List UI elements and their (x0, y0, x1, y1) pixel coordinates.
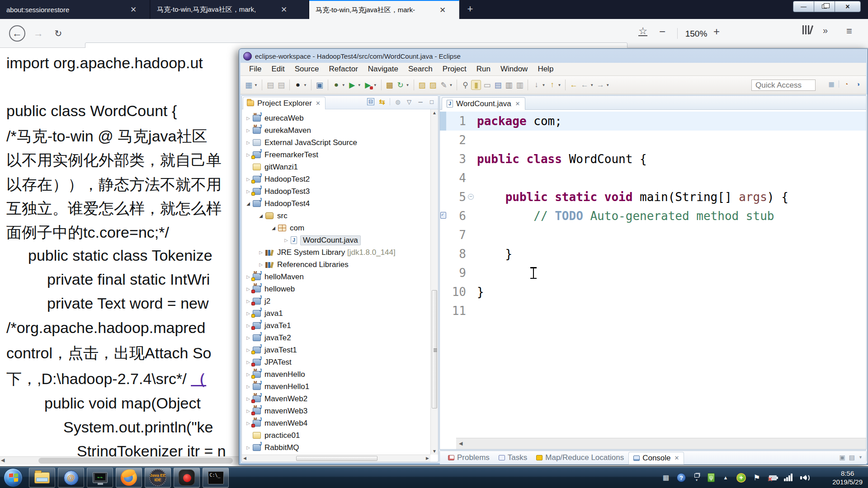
save-all-icon[interactable]: ▤ (276, 80, 286, 90)
tree-item[interactable]: ▷MmavenHello (242, 368, 430, 380)
back-icon[interactable]: ← (9, 25, 25, 42)
code-line[interactable]: 11 (440, 301, 866, 320)
collapse-all-icon[interactable]: ⊟ (367, 98, 374, 105)
tree-item[interactable]: ▷weurecaWeb (242, 112, 430, 124)
console-tab-console[interactable]: Console✕ (628, 452, 684, 465)
block-selection-icon[interactable]: ▥ (514, 80, 524, 90)
dropdown-arrow-icon[interactable]: ▼ (542, 83, 545, 87)
search-icon[interactable]: ⚲ (460, 80, 470, 90)
tree-item[interactable]: ▷MmavenHello1 (242, 380, 430, 393)
tree-item[interactable]: ▷JRE System Library [jdk1.8.0_144] (242, 246, 430, 258)
eclipse-title-bar[interactable]: eclipse-workspace - HadoopTest4/src/com/… (241, 50, 868, 62)
page-link[interactable]: （ (191, 370, 206, 387)
code-line[interactable]: 6 // TODO Auto-generated method stub (440, 206, 866, 225)
close-editor-tab-icon[interactable]: ✕ (515, 100, 520, 107)
code-line[interactable]: 1package com; (440, 112, 866, 131)
show-source-icon[interactable]: ▥ (504, 80, 514, 90)
scroll-down-arrow-icon[interactable]: ▼ (431, 449, 438, 454)
back-history-icon[interactable]: ← (580, 80, 590, 90)
tab-close-icon[interactable]: ✕ (438, 5, 448, 15)
collapsed-arrow-icon[interactable]: ▷ (245, 360, 251, 365)
action-center-flag-icon[interactable]: ⚑ (752, 473, 762, 483)
menu-edit[interactable]: Edit (266, 65, 289, 73)
code-line[interactable]: 2 (440, 131, 866, 150)
usb-device-icon[interactable]: ψ (708, 473, 715, 482)
tab-close-icon[interactable]: ✕ (128, 5, 138, 14)
debug-icon[interactable]: ● (331, 80, 341, 90)
previous-annotation-icon[interactable]: ↑ (547, 80, 557, 90)
minimize-view-icon[interactable]: ─ (417, 98, 424, 105)
forward-history-icon[interactable]: → (595, 80, 605, 90)
collapsed-arrow-icon[interactable]: ▷ (245, 274, 251, 279)
collapsed-arrow-icon[interactable]: ▷ (245, 140, 251, 145)
collapsed-arrow-icon[interactable]: ▷ (245, 128, 251, 133)
console-tab-tasks[interactable]: Tasks (494, 451, 532, 464)
new-tab-button[interactable]: + (462, 3, 478, 16)
dropdown-arrow-icon[interactable]: ▼ (590, 83, 594, 87)
open-console-icon[interactable]: ▤ (849, 454, 855, 461)
open-task-icon[interactable]: ▤ (493, 80, 503, 90)
menu-source[interactable]: Source (290, 65, 324, 73)
dropdown-arrow-icon[interactable]: ▼ (406, 83, 410, 87)
dropdown-arrow-icon[interactable]: ▼ (342, 83, 345, 87)
editor-horizontal-scrollbar[interactable]: ◀ (456, 438, 866, 449)
scroll-left-arrow-icon[interactable]: ◀ (1, 457, 5, 463)
start-button[interactable] (4, 468, 23, 487)
quick-access-input[interactable] (751, 80, 816, 91)
show-hidden-icons-icon[interactable]: ▲ (721, 473, 731, 483)
tree-item[interactable]: ◢src (242, 210, 430, 222)
menu-project[interactable]: Project (438, 65, 472, 73)
scroll-left-arrow-icon[interactable]: ◀ (459, 441, 462, 446)
run-icon[interactable]: ▶ (347, 80, 357, 90)
forward-icon[interactable]: → (31, 26, 46, 42)
next-annotation-icon[interactable]: ↓ (531, 80, 541, 90)
show-annotations-icon[interactable]: ▭ (482, 80, 492, 90)
debug-perspective-icon[interactable]: ◑ (854, 80, 863, 89)
taskbar-app-windows-explorer[interactable] (29, 468, 55, 488)
collapsed-arrow-icon[interactable]: ▷ (258, 262, 264, 267)
tree-item[interactable]: ▷MMavenWeb2 (242, 393, 430, 405)
menu-window[interactable]: Window (495, 65, 533, 73)
zoom-out-button[interactable]: − (659, 25, 665, 38)
hamburger-menu-icon[interactable]: ≡ (846, 25, 852, 37)
tree-item[interactable]: ▷java1 (242, 307, 430, 319)
overflow-menu-icon[interactable]: » (823, 25, 827, 36)
tree-item[interactable]: ▷javaTe1 (242, 319, 430, 332)
menu-help[interactable]: Help (533, 65, 558, 73)
java-ee-perspective-icon[interactable]: ◔ (842, 80, 851, 89)
annotate-icon[interactable]: ✎ (439, 80, 449, 90)
dropdown-arrow-icon[interactable]: ▼ (373, 83, 377, 87)
skip-all-breakpoints-icon[interactable]: ● (293, 80, 303, 90)
collapsed-arrow-icon[interactable]: ▷ (245, 396, 251, 401)
collapsed-arrow-icon[interactable]: ▷ (245, 323, 251, 328)
minimize-button[interactable]: — (793, 1, 814, 12)
maximize-view-icon[interactable]: □ (428, 98, 435, 105)
code-line[interactable]: 3public class WordCount { (440, 150, 866, 169)
tab-close-icon[interactable]: ✕ (279, 5, 289, 14)
collapsed-arrow-icon[interactable]: ▷ (245, 299, 251, 304)
taskbar-app-eclipse-ide[interactable]: Java EEIDE (145, 468, 171, 488)
browser-tab[interactable]: about:sessionrestore✕ (0, 0, 150, 19)
link-with-editor-icon[interactable]: ⇆ (378, 98, 386, 105)
dropdown-arrow-icon[interactable]: ▼ (606, 83, 609, 87)
pin-console-icon[interactable]: ▣ (840, 454, 845, 461)
import-icon[interactable]: ▨ (417, 80, 427, 90)
collapsed-arrow-icon[interactable]: ▷ (245, 408, 251, 413)
expanded-arrow-icon[interactable]: ◢ (245, 201, 251, 206)
dropdown-arrow-icon[interactable]: ▼ (557, 83, 561, 87)
view-menu-icon[interactable]: ▽ (406, 98, 413, 105)
collapsed-arrow-icon[interactable]: ▷ (245, 372, 251, 377)
open-console-icon[interactable]: ▣ (315, 80, 325, 90)
collapsed-arrow-icon[interactable]: ▷ (245, 116, 251, 121)
close-view-icon[interactable]: ✕ (316, 100, 321, 107)
taskbar-clock[interactable]: 8:56 2019/5/29 (832, 469, 863, 486)
code-line[interactable]: 4 (440, 169, 866, 188)
volume-icon[interactable] (799, 473, 809, 483)
tree-item[interactable]: ▷WordCount.java (242, 234, 430, 246)
tree-item[interactable]: ▷javaTe2 (242, 332, 430, 344)
zoom-in-button[interactable]: + (713, 25, 720, 38)
collapsed-arrow-icon[interactable]: ▷ (245, 177, 251, 182)
code-line[interactable]: 8 } (440, 244, 866, 263)
taskbar-app-firefox[interactable] (116, 468, 142, 488)
open-perspective-icon[interactable]: ▦ (827, 80, 836, 89)
